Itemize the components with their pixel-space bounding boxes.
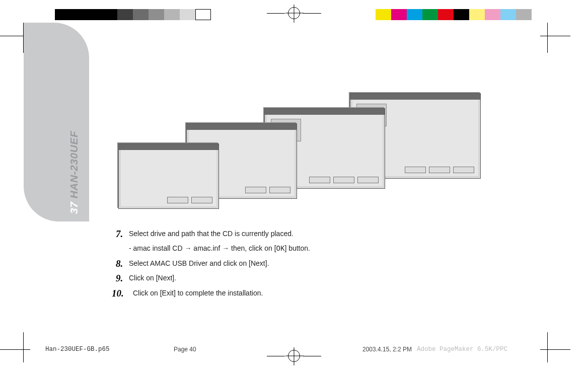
step-8-num: 8.	[116, 257, 123, 271]
color-swatch	[55, 9, 70, 20]
wizard-window-1	[118, 143, 219, 209]
color-swatch	[195, 9, 211, 20]
footer-file: Han-230UEF-GB.p65	[45, 346, 110, 353]
colorbar-color	[376, 9, 532, 20]
step-9-num: 9.	[116, 272, 123, 285]
footer-app: Adobe PageMaker 6.5K/PPC	[417, 346, 507, 353]
page-tab-label: 37 HAN-230UEF	[68, 131, 80, 214]
step-7-num: 7.	[116, 228, 123, 241]
instructions: 7. Select drive and path that the CD is …	[116, 229, 478, 303]
color-swatch	[117, 9, 133, 20]
ok-keycap: OK	[276, 245, 285, 253]
color-swatch	[86, 9, 102, 20]
reg-mark-tr	[540, 23, 570, 53]
page-tab: 37 HAN-230UEF	[24, 23, 89, 221]
step-7: 7. Select drive and path that the CD is …	[116, 229, 478, 239]
color-swatch	[149, 9, 164, 20]
page-tab-number: 37	[68, 202, 80, 214]
color-swatch	[454, 9, 469, 20]
step-9-text: Click on [Next].	[129, 274, 176, 282]
step-10: 10. Click on [Exit] to complete the inst…	[116, 288, 478, 299]
step-10-num: 10.	[112, 287, 124, 301]
step-9: 9. Click on [Next].	[116, 273, 478, 283]
color-swatch	[516, 9, 532, 20]
footer-date: 2003.4.15, 2:2 PM	[362, 346, 412, 353]
step-7-text: Select drive and path that the CD is cur…	[129, 230, 293, 238]
step-8: 8. Select AMAC USB Driver and click on […	[116, 259, 478, 269]
color-swatch	[180, 9, 195, 20]
step-10-text: Click on [Exit] to complete the installa…	[133, 289, 263, 297]
color-swatch	[102, 9, 117, 20]
color-swatch	[438, 9, 454, 20]
color-swatch	[485, 9, 500, 20]
color-swatch	[469, 9, 485, 20]
page-tab-model: HAN-230UEF	[68, 131, 80, 199]
color-swatch	[500, 9, 516, 20]
arrow-icon: →	[222, 244, 229, 252]
color-swatch	[391, 9, 407, 20]
color-swatch	[407, 9, 422, 20]
arrow-icon: →	[184, 244, 191, 252]
color-swatch	[70, 9, 86, 20]
step-7-sub: - amac install CD → amac.inf → then, cli…	[129, 244, 478, 253]
screenshot-cascade	[118, 93, 481, 219]
color-swatch	[133, 9, 149, 20]
color-swatch	[422, 9, 438, 20]
colorbar-grayscale	[55, 9, 211, 20]
color-swatch	[164, 9, 180, 20]
footer-page: Page 40	[174, 346, 196, 353]
register-mark-top	[267, 7, 321, 19]
step-8-text: Select AMAC USB Driver and click on [Nex…	[129, 259, 269, 267]
footer: Han-230UEF-GB.p65 Page 40 2003.4.15, 2:2…	[0, 346, 588, 356]
color-swatch	[376, 9, 391, 20]
